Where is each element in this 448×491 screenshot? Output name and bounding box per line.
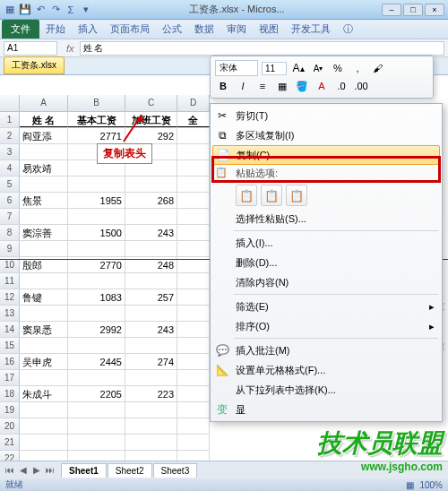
cell[interactable] xyxy=(20,144,68,159)
align-center-icon[interactable]: ≡ xyxy=(254,78,271,94)
cell[interactable]: 274 xyxy=(125,354,177,369)
cell[interactable]: 2771 xyxy=(68,128,125,143)
cell[interactable] xyxy=(20,370,68,385)
row-label[interactable]: 5 xyxy=(0,177,20,192)
font-color-icon[interactable]: A xyxy=(314,78,330,94)
ctx-filter[interactable]: 筛选(E)▸ xyxy=(211,297,442,316)
close-button[interactable]: × xyxy=(425,4,444,16)
cell[interactable]: 焦景 xyxy=(20,193,68,208)
row-label[interactable]: 14 xyxy=(0,322,20,337)
cell[interactable]: 阎亚添 xyxy=(20,128,68,143)
qat-sum-icon[interactable]: Σ xyxy=(65,4,77,16)
cell[interactable] xyxy=(20,402,68,418)
ctx-delete[interactable]: 删除(D)... xyxy=(211,253,442,272)
row-label[interactable]: 19 xyxy=(0,402,20,418)
font-select[interactable]: 宋体 xyxy=(215,60,258,76)
cell[interactable] xyxy=(177,418,210,434)
cell[interactable] xyxy=(68,338,125,353)
cell[interactable] xyxy=(68,418,125,434)
cell[interactable]: 223 xyxy=(125,386,177,401)
ctx-insert-comment[interactable]: 💬插入批注(M) xyxy=(211,340,442,360)
cell[interactable] xyxy=(177,193,210,208)
row-label[interactable]: 15 xyxy=(0,338,20,353)
increase-decimal-icon[interactable]: .00 xyxy=(353,78,369,94)
cell[interactable]: 2205 xyxy=(68,386,125,401)
row-label[interactable]: 18 xyxy=(0,386,20,401)
ctx-clear[interactable]: 清除内容(N) xyxy=(211,272,442,292)
workbook-tab[interactable]: 工资条.xlsx xyxy=(4,56,65,74)
row-label[interactable]: 7 xyxy=(0,209,20,224)
cell[interactable] xyxy=(125,306,177,321)
cell[interactable] xyxy=(20,241,68,256)
last-sheet-icon[interactable]: ⏭ xyxy=(44,465,56,475)
row-label[interactable]: 21 xyxy=(0,435,20,450)
cell[interactable]: 243 xyxy=(125,322,177,337)
ribbon-tab-layout[interactable]: 页面布局 xyxy=(104,20,156,39)
header-cell-bonus[interactable]: 全 xyxy=(177,112,210,127)
cell[interactable]: 鲁键 xyxy=(20,289,68,305)
ctx-more[interactable]: 变显 xyxy=(211,400,442,419)
cell[interactable] xyxy=(125,370,177,385)
cell[interactable]: 1955 xyxy=(68,193,125,208)
row-label[interactable]: 8 xyxy=(0,225,20,240)
sheet-tab-2[interactable]: Sheet2 xyxy=(108,463,152,478)
cell[interactable] xyxy=(177,144,210,159)
save-icon[interactable]: 💾 xyxy=(19,4,31,16)
redo-icon[interactable]: ↷ xyxy=(49,4,62,16)
cell[interactable] xyxy=(68,241,125,256)
cell[interactable] xyxy=(125,241,177,256)
maximize-button[interactable]: □ xyxy=(403,4,423,16)
shrink-font-icon[interactable]: A▾ xyxy=(310,60,326,76)
cell[interactable] xyxy=(177,128,210,143)
first-sheet-icon[interactable]: ⏮ xyxy=(4,465,16,475)
ctx-pick-list[interactable]: 从下拉列表中选择(K)... xyxy=(211,380,442,400)
cell[interactable] xyxy=(68,273,125,289)
row-label[interactable]: 20 xyxy=(0,418,20,434)
cell[interactable] xyxy=(177,177,210,192)
cell[interactable] xyxy=(20,273,68,289)
font-size[interactable]: 11 xyxy=(262,62,287,75)
cell[interactable] xyxy=(125,177,177,192)
cell[interactable] xyxy=(125,273,177,289)
ctx-copy[interactable]: 📄复制(C) xyxy=(212,145,440,165)
grow-font-icon[interactable]: A▴ xyxy=(290,60,306,76)
cell[interactable] xyxy=(20,306,68,321)
cell[interactable] xyxy=(20,209,68,224)
cell[interactable] xyxy=(20,435,68,450)
cell[interactable] xyxy=(125,418,177,434)
cell[interactable] xyxy=(177,289,210,305)
col-header-a[interactable]: A xyxy=(20,95,68,111)
cell[interactable] xyxy=(177,160,210,176)
ribbon-tab-insert[interactable]: 插入 xyxy=(72,20,104,39)
cell[interactable] xyxy=(125,435,177,450)
row-label[interactable]: 1 xyxy=(0,112,20,127)
ribbon-tab-view[interactable]: 视图 xyxy=(253,20,285,39)
cell[interactable] xyxy=(68,209,125,224)
ctx-multi-copy[interactable]: ⧉多区域复制(I) xyxy=(211,125,442,145)
fill-color-icon[interactable]: 🪣 xyxy=(294,78,310,94)
cell[interactable] xyxy=(68,306,125,321)
cell[interactable] xyxy=(177,386,210,401)
ribbon-tab-dev[interactable]: 开发工具 xyxy=(285,20,337,39)
cell[interactable]: 243 xyxy=(125,225,177,240)
cell[interactable]: 257 xyxy=(125,289,177,305)
ctx-cut[interactable]: ✂剪切(T) xyxy=(211,106,442,125)
ctx-sort[interactable]: 排序(O)▸ xyxy=(211,316,442,336)
cell[interactable] xyxy=(177,402,210,418)
header-cell-base[interactable]: 基本工资 xyxy=(68,112,125,127)
prev-sheet-icon[interactable]: ◀ xyxy=(17,465,30,475)
ribbon-tab-formulas[interactable]: 公式 xyxy=(156,20,188,39)
cell[interactable]: 2992 xyxy=(68,322,125,337)
cell[interactable]: 2445 xyxy=(68,354,125,369)
row-label[interactable]: 3 xyxy=(0,144,20,159)
row-label[interactable]: 6 xyxy=(0,193,20,208)
row-label[interactable]: 12 xyxy=(0,289,20,305)
cell[interactable]: 吴申虎 xyxy=(20,354,68,369)
paste-opt-1[interactable]: 📋 xyxy=(236,185,257,206)
row-label[interactable]: 17 xyxy=(0,370,20,385)
cell[interactable] xyxy=(125,402,177,418)
format-painter-icon[interactable]: 🖌 xyxy=(369,60,385,76)
bold-button[interactable]: B xyxy=(215,78,231,94)
cell[interactable]: 易欢靖 xyxy=(20,160,68,176)
ribbon-help-icon[interactable]: ⓘ xyxy=(337,20,359,39)
